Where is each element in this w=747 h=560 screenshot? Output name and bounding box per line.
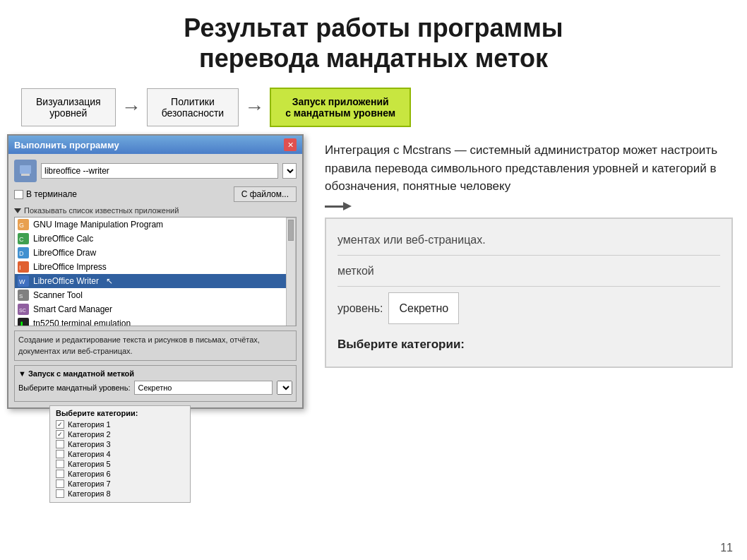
app-list-content: G GNU Image Manipulation Program C Libre…	[15, 218, 286, 326]
app-item-smartcard[interactable]: SC Smart Card Manager	[15, 302, 286, 316]
cat-checkbox-1[interactable]	[56, 420, 64, 429]
scanner-tool-label: Scanner Tool	[33, 290, 83, 300]
zoomed-level-value: Секретно	[388, 292, 459, 324]
file-button[interactable]: С файлом...	[234, 186, 297, 202]
dialog-titlebar: Выполнить программу ✕	[8, 136, 302, 154]
cat-checkbox-8[interactable]	[56, 489, 64, 498]
dialog-window: Выполнить программу ✕ В терминале С фа	[7, 134, 304, 409]
app-list-inner: G GNU Image Manipulation Program C Libre…	[15, 218, 296, 326]
app-item-gimp[interactable]: G GNU Image Manipulation Program	[15, 218, 286, 232]
content-area: Выполнить программу ✕ В терминале С фа	[0, 134, 747, 530]
arrow-head	[343, 202, 352, 210]
svg-text:S: S	[19, 293, 23, 299]
svg-text:SC: SC	[19, 308, 26, 313]
title-section: Результат работы программы перевода манд…	[0, 0, 747, 81]
command-input[interactable]	[41, 163, 278, 179]
category-list: Категория 1 Категория 2 Категория 3	[56, 420, 184, 498]
cat-item-8[interactable]: Категория 8	[56, 489, 184, 498]
cat-item-4[interactable]: Категория 4	[56, 450, 184, 458]
step-policies[interactable]: Политики безопасности	[147, 88, 239, 126]
cat-checkbox-4[interactable]	[56, 450, 64, 458]
cursor-icon: ↖	[106, 276, 113, 286]
step-launch[interactable]: Запуск приложений с мандатным уровнем	[270, 88, 411, 127]
app-item-scanner[interactable]: S Scanner Tool	[15, 288, 286, 302]
cat-item-3[interactable]: Категория 3	[56, 440, 184, 448]
step-arrow-1: →	[116, 96, 147, 119]
mandatory-level-dropdown[interactable]	[277, 381, 292, 395]
svg-text:▐: ▐	[19, 321, 23, 326]
dialog-close-button[interactable]: ✕	[284, 138, 297, 151]
app-item-calc[interactable]: C LibreOffice Calc	[15, 232, 286, 246]
mandatory-level-input[interactable]	[134, 381, 273, 395]
app-icon	[14, 160, 37, 182]
svg-rect-1	[21, 174, 30, 176]
cat-item-2[interactable]: Категория 2	[56, 430, 184, 439]
svg-text:D: D	[19, 250, 24, 257]
svg-text:G: G	[19, 222, 24, 229]
cat-checkbox-5[interactable]	[56, 460, 64, 468]
dialog-body: В терминале С файлом... Показывать списо…	[8, 154, 302, 407]
cat-checkbox-2[interactable]	[56, 430, 64, 439]
steps-bar: Визуализация уровней → Политики безопасн…	[0, 81, 747, 134]
category-popup: Выберите категории: Категория 1 Категори…	[49, 405, 191, 503]
dialog-panel: Выполнить программу ✕ В терминале С фа	[7, 134, 311, 530]
terminal-checkbox-row: В терминале С файлом...	[14, 186, 297, 202]
app-list[interactable]: G GNU Image Manipulation Program C Libre…	[14, 217, 297, 326]
category-popup-label: Выберите категории:	[56, 409, 184, 417]
triangle-icon	[14, 208, 21, 213]
info-text: Интеграция с Mcstrans — системный админи…	[325, 141, 733, 196]
arrow-line	[325, 205, 346, 208]
mandatory-section: ▼ Запуск с мандатной меткой Выберите ман…	[14, 365, 297, 402]
app-description: Создание и редактирование текста и рисун…	[14, 330, 297, 361]
step-visualization[interactable]: Визуализация уровней	[21, 88, 116, 126]
right-panel: Интеграция с Mcstrans — системный админи…	[318, 134, 740, 530]
zoomed-line2: меткой	[337, 258, 720, 287]
cat-checkbox-3[interactable]	[56, 440, 64, 448]
zoomed-panel: ументах или веб-страницах. меткой уровен…	[325, 218, 733, 368]
cat-item-7[interactable]: Категория 7	[56, 479, 184, 488]
zoomed-category-label: Выберите категории:	[337, 331, 720, 357]
zoomed-level-row: уровень: Секретно	[337, 290, 720, 327]
svg-rect-0	[20, 165, 31, 174]
app-list-label: Показывать список известных приложений	[14, 206, 297, 215]
command-dropdown[interactable]	[282, 163, 297, 179]
mandatory-level-row: Выберите мандатный уровень:	[18, 381, 292, 395]
arrow-row	[325, 205, 733, 208]
app-item-tn5250[interactable]: ▐ tn5250 terminal emulation	[15, 316, 286, 326]
main-title-line2: перевода мандатных меток	[28, 43, 719, 73]
app-item-impress[interactable]: I LibreOffice Impress	[15, 260, 286, 274]
app-item-writer[interactable]: W LibreOffice Writer ↖	[15, 274, 286, 288]
mandatory-title: ▼ Запуск с мандатной меткой	[18, 369, 292, 378]
main-title-line1: Результат работы программы	[28, 13, 719, 43]
cat-checkbox-7[interactable]	[56, 479, 64, 488]
mandatory-level-label: Выберите мандатный уровень:	[18, 383, 130, 392]
scrollbar-thumb	[288, 220, 294, 241]
cat-item-1[interactable]: Категория 1	[56, 420, 184, 429]
svg-text:W: W	[19, 278, 25, 285]
svg-text:I: I	[19, 264, 21, 271]
dialog-input-row	[14, 160, 297, 182]
zoomed-level-label: уровень:	[337, 296, 383, 321]
cat-item-5[interactable]: Категория 5	[56, 460, 184, 468]
dialog-title: Выполнить программу	[14, 140, 119, 150]
app-list-scrollbar[interactable]	[286, 218, 296, 326]
cat-checkbox-6[interactable]	[56, 470, 64, 478]
zoomed-line1: ументах или веб-страницах.	[337, 227, 720, 256]
terminal-label: В терминале	[26, 189, 77, 199]
app-item-draw[interactable]: D LibreOffice Draw	[15, 246, 286, 260]
svg-text:C: C	[19, 236, 24, 243]
step-arrow-2: →	[239, 96, 270, 119]
page-number: 11	[720, 542, 733, 554]
terminal-checkbox[interactable]	[14, 190, 23, 199]
cat-item-6[interactable]: Категория 6	[56, 470, 184, 478]
